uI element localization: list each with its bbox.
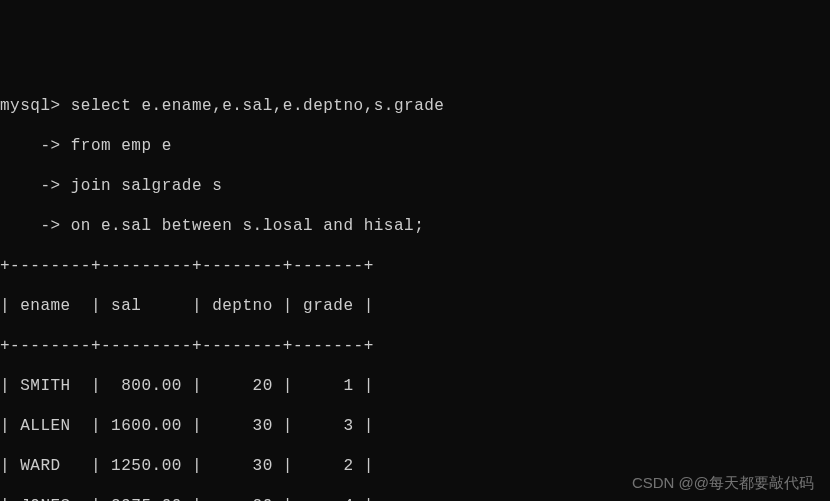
table-divider-mid: +--------+---------+--------+-------+ [0, 336, 830, 356]
query-line-1: mysql> select e.ename,e.sal,e.deptno,s.g… [0, 96, 830, 116]
continuation-prompt: -> [0, 217, 61, 235]
mysql-prompt: mysql> [0, 97, 61, 115]
table-divider-top: +--------+---------+--------+-------+ [0, 256, 830, 276]
query-line-3: -> join salgrade s [0, 176, 830, 196]
query-line-4: -> on e.sal between s.losal and hisal; [0, 216, 830, 236]
query-line-2: -> from emp e [0, 136, 830, 156]
table-row: | SMITH | 800.00 | 20 | 1 | [0, 376, 830, 396]
table-row: | JONES | 2975.00 | 20 | 4 | [0, 496, 830, 501]
watermark: CSDN @@每天都要敲代码 [632, 474, 814, 493]
continuation-prompt: -> [0, 177, 61, 195]
table-row: | WARD | 1250.00 | 30 | 2 | [0, 456, 830, 476]
query-text-3: join salgrade s [61, 177, 223, 195]
terminal-output: mysql> select e.ename,e.sal,e.deptno,s.g… [0, 76, 830, 501]
query-text-2: from emp e [61, 137, 172, 155]
query-text-1: select e.ename,e.sal,e.deptno,s.grade [61, 97, 445, 115]
table-header: | ename | sal | deptno | grade | [0, 296, 830, 316]
table-row: | ALLEN | 1600.00 | 30 | 3 | [0, 416, 830, 436]
continuation-prompt: -> [0, 137, 61, 155]
query-text-4: on e.sal between s.losal and hisal; [61, 217, 425, 235]
